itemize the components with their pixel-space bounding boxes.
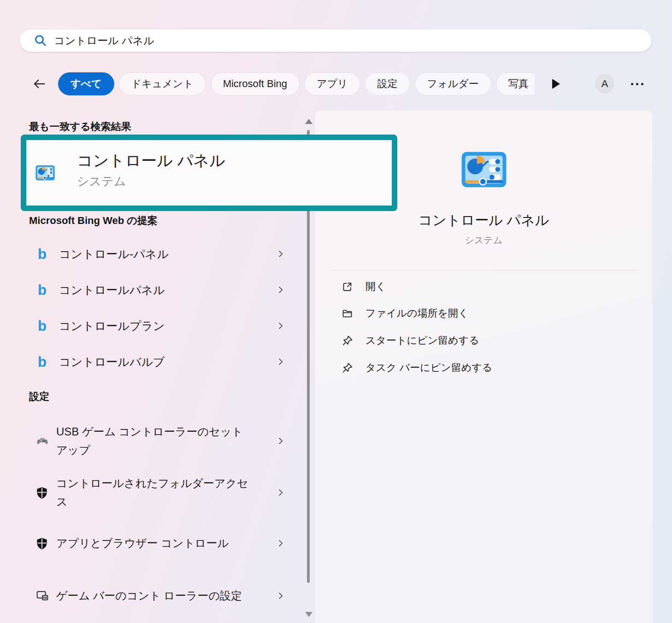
settings-section-header: 設定 [29,390,49,404]
suggestion-label: コントロールパネル [59,282,165,298]
chevron-right-icon [276,285,286,295]
bing-suggestion-row[interactable]: b コントロールバルブ [18,351,299,372]
filter-tab-folders[interactable]: フォルダー [415,72,491,95]
chevron-right-icon [276,591,286,601]
pin-icon [341,362,354,374]
bing-suggestion-row[interactable]: b コントロール-パネル [18,243,299,264]
bing-suggestion-row[interactable]: b コントロールプラン [18,315,299,336]
usb-game-controller-icon [35,434,56,448]
bing-icon: b [38,355,59,369]
play-icon [552,79,560,89]
account-avatar[interactable]: A [595,75,614,93]
control-panel-icon [35,162,56,183]
settings-label: USB ゲーム コントローラーのセットアップ [56,423,250,459]
filter-tab-bing[interactable]: Microsoft Bing [211,72,300,95]
suggestion-label: コントロールプラン [59,318,165,334]
shield-icon [35,536,56,550]
pin-to-taskbar-action[interactable]: タスク バーにピン留めする [332,357,636,378]
chevron-right-icon [276,436,286,446]
settings-result-row[interactable]: USB ゲーム コントローラーのセットアップ [18,420,299,462]
action-label: スタートにピン留めする [365,334,479,347]
settings-result-row[interactable]: アプリとブラウザー コントロール [18,523,299,564]
bing-icon: b [38,283,59,297]
action-label: タスク バーにピン留めする [365,361,492,375]
pin-icon [341,335,354,347]
more-options-button[interactable] [627,77,647,90]
suggestion-label: コントロールバルブ [59,354,165,370]
bing-suggestion-row[interactable]: b コントロールパネル [18,279,299,300]
scrollbar-down-arrow[interactable] [305,611,313,617]
game-bar-icon [35,588,56,603]
chevron-right-icon [276,538,286,548]
search-bar[interactable] [19,29,652,52]
selection-highlight: コントロール パネル システム [21,135,397,211]
filter-tab-photos[interactable]: 写真 [496,72,535,95]
pin-to-start-action[interactable]: スタートにピン留めする [332,330,636,351]
settings-label: コントロールされたフォルダーアクセス [56,474,250,511]
open-action[interactable]: 開く [332,276,636,297]
bing-suggestions-header: Microsoft Bing Web の提案 [29,214,158,228]
best-match-result[interactable]: コントロール パネル システム [26,140,312,206]
preview-subtitle: システム [315,234,652,247]
chevron-right-icon [276,249,286,259]
divider [332,270,639,270]
search-input[interactable] [54,35,643,47]
filter-tab-settings[interactable]: 設定 [365,72,410,95]
action-label: ファイルの場所を開く [365,306,469,320]
triangle-up-icon [305,119,312,124]
settings-result-row[interactable]: ゲーム バーのコント ローラーの設定 [18,575,299,617]
filter-tab-row: すべて ドキュメント Microsoft Bing アプリ 設定 フォルダー 写… [0,72,672,96]
filter-tabs: すべて ドキュメント Microsoft Bing アプリ 設定 フォルダー 写… [58,72,535,96]
action-label: 開く [365,280,386,294]
preview-title: コントロール パネル [315,211,652,230]
tabs-scroll-right-button[interactable] [552,78,564,90]
triangle-down-icon [305,612,312,617]
back-arrow-icon [31,77,47,91]
filter-tab-apps[interactable]: アプリ [304,72,360,95]
ellipsis-icon [631,83,633,85]
filter-tab-documents[interactable]: ドキュメント [119,72,206,95]
suggestion-label: コントロール-パネル [59,247,169,262]
bing-icon: b [38,247,59,261]
best-match-title: コントロール パネル [77,150,225,171]
folder-icon [341,307,354,320]
bing-icon: b [38,319,59,333]
open-icon [341,281,354,293]
scrollbar-up-arrow[interactable] [305,118,313,124]
best-match-header: 最も一致する検索結果 [29,120,131,134]
settings-label: ゲーム バーのコント ローラーの設定 [56,587,250,605]
control-panel-icon-large [459,145,509,194]
search-icon [34,34,47,47]
settings-result-row[interactable]: コントロールされたフォルダーアクセス [18,472,299,513]
open-file-location-action[interactable]: ファイルの場所を開く [332,303,636,324]
back-button[interactable] [29,74,50,94]
chevron-right-icon [276,488,286,498]
chevron-right-icon [276,321,286,331]
shield-icon [35,486,56,500]
settings-label: アプリとブラウザー コントロール [56,534,250,552]
best-match-subtitle: システム [77,173,126,189]
chevron-right-icon [276,357,286,367]
filter-tab-all[interactable]: すべて [58,72,114,95]
